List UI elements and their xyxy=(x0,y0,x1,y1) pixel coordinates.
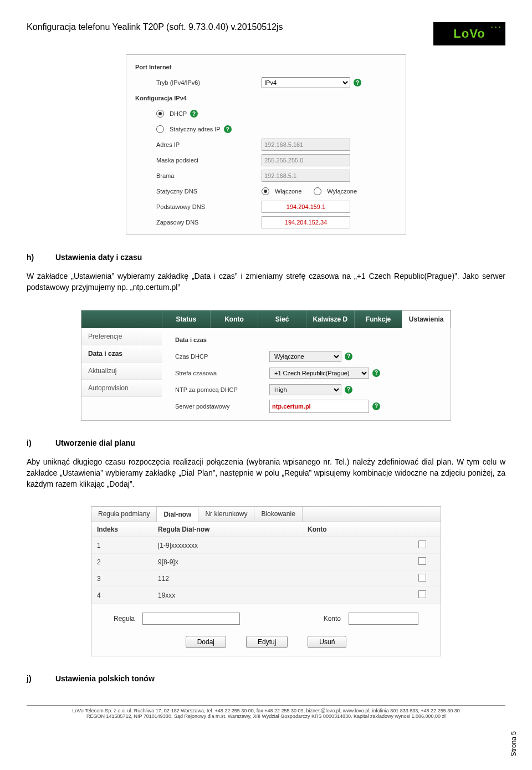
help-icon[interactable]: ? xyxy=(190,110,198,118)
ntp-dhcp-select[interactable]: High xyxy=(269,384,341,395)
section-heading: Utworzenie dial planu xyxy=(55,438,135,447)
add-button[interactable]: Dodaj xyxy=(186,636,226,648)
help-icon[interactable]: ? xyxy=(345,353,352,360)
settings-sidebar: Preferencje Data i czas Aktualizuj Autop… xyxy=(81,328,162,420)
primary-dns-label: Podstawowy DNS xyxy=(132,203,262,210)
mask-input[interactable] xyxy=(262,154,350,166)
logo: • • • LoVo xyxy=(433,22,505,45)
table-row[interactable]: 3 112 xyxy=(91,570,441,587)
row-checkbox[interactable] xyxy=(418,557,426,565)
mode-select[interactable]: IPv4 xyxy=(262,77,350,88)
static-dns-on-label: Włączone xyxy=(275,188,301,195)
static-dns-label: Statyczny DNS xyxy=(132,188,262,195)
tab-status[interactable]: Status xyxy=(162,310,210,328)
top-tabs: Status Konto Sieć Kalwisze D Funkcje Ust… xyxy=(81,310,451,328)
tab-account[interactable]: Konto xyxy=(210,310,258,328)
dial-now-table: Indeks Reguła Dial-now Konto 1 [1-9]xxxx… xyxy=(91,522,441,604)
secondary-dns-label: Zapasowy DNS xyxy=(132,219,262,226)
section-i-body: Aby uniknąć długiego czasu rozpoczęcia r… xyxy=(27,456,505,490)
ntp-dhcp-label: NTP za pomocą DHCP xyxy=(175,386,269,393)
delete-button[interactable]: Usuń xyxy=(308,636,346,648)
page-title: Konfiguracja telefonu Yealink T20P (soft… xyxy=(27,22,283,32)
section-letter: j) xyxy=(27,674,53,683)
tab-dial-now[interactable]: Dial-now xyxy=(157,507,198,522)
section-heading: Ustawienia daty i czasu xyxy=(55,253,142,262)
page-header: Konfiguracja telefonu Yealink T20P (soft… xyxy=(27,22,505,45)
gateway-input[interactable] xyxy=(262,170,350,182)
dialplan-tabs: Reguła podmiany Dial-now Nr kierunkowy B… xyxy=(91,507,441,522)
screenshot-dial-plan: Reguła podmiany Dial-now Nr kierunkowy B… xyxy=(91,506,441,656)
timezone-label: Strefa czasowa xyxy=(175,370,269,376)
tab-network[interactable]: Sieć xyxy=(258,310,306,328)
dhcp-label: DHCP xyxy=(170,110,187,117)
mode-label: Tryb (IPv4/IPv6) xyxy=(132,79,262,86)
table-row[interactable]: 1 [1-9]xxxxxxxx xyxy=(91,537,441,554)
help-icon[interactable]: ? xyxy=(224,125,232,133)
col-index: Indeks xyxy=(91,522,152,537)
account-input[interactable] xyxy=(349,613,418,625)
ip-input[interactable] xyxy=(262,139,350,151)
page-footer: LoVo Telecom Sp. z o.o. ul. Ruchliwa 17,… xyxy=(27,705,505,719)
port-internet-heading: Port Internet xyxy=(132,64,171,70)
sidebar-item-autoprovision[interactable]: Autoprovision xyxy=(81,380,162,397)
static-ip-label: Statyczny adres IP xyxy=(170,126,221,132)
rule-label: Reguła xyxy=(114,615,135,623)
edit-button[interactable]: Edytuj xyxy=(246,636,288,648)
tab-block-out[interactable]: Blokowanie xyxy=(254,507,302,522)
tab-area-code[interactable]: Nr kierunkowy xyxy=(198,507,254,522)
section-letter: h) xyxy=(27,253,53,262)
footer-line1: LoVo Telecom Sp. z o.o. ul. Ruchliwa 17,… xyxy=(27,708,505,713)
static-dns-off-label: Wyłączone xyxy=(327,188,357,195)
tab-dsskeys[interactable]: Kalwisze D xyxy=(306,310,354,328)
timezone-select[interactable]: +1 Czech Republic(Prague) xyxy=(269,368,369,379)
tab-features[interactable]: Funkcje xyxy=(354,310,402,328)
help-icon[interactable]: ? xyxy=(372,369,380,377)
table-row[interactable]: 4 19xxx xyxy=(91,587,441,604)
section-letter: i) xyxy=(27,438,53,447)
section-j: j) Ustawienia polskich tonów xyxy=(27,674,505,683)
help-icon[interactable]: ? xyxy=(345,386,352,394)
account-label: Konto xyxy=(324,615,341,623)
ip-label: Adres IP xyxy=(132,141,262,148)
col-rule: Reguła Dial-now xyxy=(152,522,302,537)
sidebar-item-update[interactable]: Aktualizuj xyxy=(81,363,162,380)
col-account: Konto xyxy=(302,522,413,537)
sidebar-item-preferences[interactable]: Preferencje xyxy=(81,328,162,345)
logo-dots-icon: • • • xyxy=(491,24,501,29)
table-row[interactable]: 2 9[8-9]x xyxy=(91,554,441,570)
dhcp-radio[interactable] xyxy=(156,110,164,118)
footer-line2: REGON 141585712, NIP 7010149380, Sąd Rej… xyxy=(27,713,505,719)
czas-dhcp-select[interactable]: Wyłączone xyxy=(269,351,341,362)
mask-label: Maska podsieci xyxy=(132,157,262,164)
gateway-label: Brama xyxy=(132,172,262,179)
section-heading: Ustawienia polskich tonów xyxy=(55,674,155,683)
screenshot-settings-datetime: Status Konto Sieć Kalwisze D Funkcje Ust… xyxy=(81,310,451,421)
row-checkbox[interactable] xyxy=(418,574,426,582)
help-icon[interactable]: ? xyxy=(354,79,361,86)
static-ip-radio[interactable] xyxy=(156,125,164,133)
sidebar-item-date-time[interactable]: Data i czas xyxy=(81,345,162,363)
screenshot-ipv4-config: Port Internet Tryb (IPv4/IPv6) IPv4 ? Ko… xyxy=(126,54,406,235)
tab-replace-rule[interactable]: Reguła podmiany xyxy=(91,507,157,522)
tab-settings[interactable]: Ustawienia xyxy=(402,310,451,328)
datetime-heading: Data i czas xyxy=(175,336,269,343)
ipv4-config-heading: Konfiguracja IPv4 xyxy=(132,95,187,101)
section-h: h) Ustawienia daty i czasu W zakładce „U… xyxy=(27,253,505,293)
rule-input[interactable] xyxy=(142,613,240,625)
primary-dns-input[interactable] xyxy=(262,201,350,213)
static-dns-off-radio[interactable] xyxy=(314,187,321,195)
section-h-body: W zakładce „Ustawienia” wybieramy zakład… xyxy=(27,271,505,293)
logo-text: LoVo xyxy=(453,27,485,41)
static-dns-on-radio[interactable] xyxy=(262,187,269,195)
row-checkbox[interactable] xyxy=(418,590,426,598)
help-icon[interactable]: ? xyxy=(372,402,380,410)
section-i: i) Utworzenie dial planu Aby uniknąć dłu… xyxy=(27,438,505,490)
col-check xyxy=(413,522,441,537)
primary-server-input[interactable] xyxy=(269,400,369,413)
primary-server-label: Serwer podstawowy xyxy=(175,403,269,410)
row-checkbox[interactable] xyxy=(418,540,426,548)
czas-dhcp-label: Czas DHCP xyxy=(175,353,269,360)
secondary-dns-input[interactable] xyxy=(262,216,350,228)
